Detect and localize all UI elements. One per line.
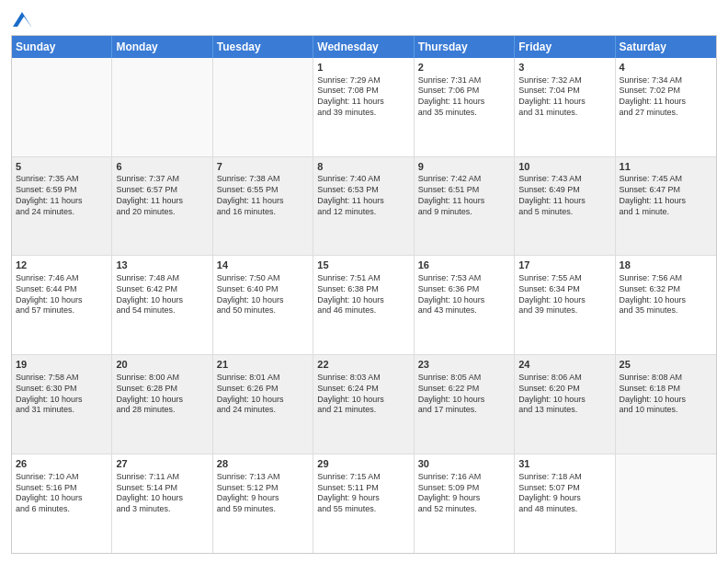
cell-info: Sunrise: 7:10 AM Sunset: 5:16 PM Dayligh… [16,472,108,515]
calendar-cell: 30Sunrise: 7:16 AM Sunset: 5:09 PM Dayli… [415,454,515,553]
calendar-cell: 25Sunrise: 8:08 AM Sunset: 6:18 PM Dayli… [616,355,716,454]
calendar-cell: 24Sunrise: 8:06 AM Sunset: 6:20 PM Dayli… [515,355,615,454]
calendar-cell: 4Sunrise: 7:34 AM Sunset: 7:02 PM Daylig… [616,58,716,156]
calendar-cell: 9Sunrise: 7:42 AM Sunset: 6:51 PM Daylig… [415,157,515,256]
day-number: 9 [418,160,510,174]
cell-info: Sunrise: 8:03 AM Sunset: 6:24 PM Dayligh… [317,373,409,416]
cell-info: Sunrise: 7:11 AM Sunset: 5:14 PM Dayligh… [116,472,208,515]
day-number: 18 [620,259,712,272]
calendar-cell: 17Sunrise: 7:55 AM Sunset: 6:34 PM Dayli… [515,256,615,354]
day-number: 11 [620,160,712,174]
calendar-cell: 12Sunrise: 7:46 AM Sunset: 6:44 PM Dayli… [12,256,112,354]
weekday-header-tuesday: Tuesday [213,36,313,58]
day-number: 27 [116,457,208,471]
calendar-cell: 15Sunrise: 7:51 AM Sunset: 6:38 PM Dayli… [313,256,414,354]
day-number: 3 [518,61,610,75]
day-number: 21 [217,358,309,372]
calendar-row-3: 12Sunrise: 7:46 AM Sunset: 6:44 PM Dayli… [12,255,716,354]
cell-info: Sunrise: 7:56 AM Sunset: 6:32 PM Dayligh… [620,273,712,316]
day-number: 16 [418,259,510,272]
calendar-cell: 8Sunrise: 7:40 AM Sunset: 6:53 PM Daylig… [313,157,414,256]
day-number: 15 [317,259,409,272]
day-number: 29 [317,457,409,471]
cell-info: Sunrise: 7:35 AM Sunset: 6:59 PM Dayligh… [16,174,108,217]
calendar-cell: 2Sunrise: 7:31 AM Sunset: 7:06 PM Daylig… [415,58,515,156]
logo-icon [13,12,31,27]
cell-info: Sunrise: 7:15 AM Sunset: 5:11 PM Dayligh… [317,472,409,515]
calendar-cell: 10Sunrise: 7:43 AM Sunset: 6:49 PM Dayli… [515,157,615,256]
cell-info: Sunrise: 8:01 AM Sunset: 6:26 PM Dayligh… [217,373,309,416]
day-number: 2 [418,61,510,75]
calendar-cell: 19Sunrise: 7:58 AM Sunset: 6:30 PM Dayli… [12,355,112,454]
calendar-cell [112,58,212,156]
day-number: 17 [518,259,610,272]
day-number: 24 [518,358,610,372]
day-number: 14 [217,259,309,272]
calendar-cell: 5Sunrise: 7:35 AM Sunset: 6:59 PM Daylig… [12,157,112,256]
calendar-row-2: 5Sunrise: 7:35 AM Sunset: 6:59 PM Daylig… [12,156,716,256]
calendar-cell: 22Sunrise: 8:03 AM Sunset: 6:24 PM Dayli… [313,355,414,454]
cell-info: Sunrise: 7:38 AM Sunset: 6:55 PM Dayligh… [217,174,309,217]
day-number: 19 [16,358,108,372]
calendar-body: 1Sunrise: 7:29 AM Sunset: 7:08 PM Daylig… [12,58,716,553]
cell-info: Sunrise: 7:42 AM Sunset: 6:51 PM Dayligh… [418,174,510,217]
cell-info: Sunrise: 7:45 AM Sunset: 6:47 PM Dayligh… [620,174,712,217]
cell-info: Sunrise: 7:55 AM Sunset: 6:34 PM Dayligh… [518,273,610,316]
cell-info: Sunrise: 7:31 AM Sunset: 7:06 PM Dayligh… [418,75,510,119]
calendar-cell: 18Sunrise: 7:56 AM Sunset: 6:32 PM Dayli… [616,256,716,354]
calendar-cell: 16Sunrise: 7:53 AM Sunset: 6:36 PM Dayli… [415,256,515,354]
calendar-cell: 21Sunrise: 8:01 AM Sunset: 6:26 PM Dayli… [213,355,313,454]
day-number: 4 [620,61,712,75]
day-number: 23 [418,358,510,372]
cell-info: Sunrise: 7:58 AM Sunset: 6:30 PM Dayligh… [16,373,108,416]
day-number: 13 [116,259,208,272]
calendar-row-5: 26Sunrise: 7:10 AM Sunset: 5:16 PM Dayli… [12,454,716,553]
calendar-header: SundayMondayTuesdayWednesdayThursdayFrid… [12,36,716,58]
weekday-header-monday: Monday [112,36,212,58]
weekday-header-sunday: Sunday [12,36,112,58]
calendar-row-1: 1Sunrise: 7:29 AM Sunset: 7:08 PM Daylig… [12,58,716,156]
day-number: 25 [620,358,712,372]
weekday-header-wednesday: Wednesday [313,36,414,58]
calendar-cell: 13Sunrise: 7:48 AM Sunset: 6:42 PM Dayli… [112,256,212,354]
cell-info: Sunrise: 7:48 AM Sunset: 6:42 PM Dayligh… [116,273,208,316]
cell-info: Sunrise: 7:37 AM Sunset: 6:57 PM Dayligh… [116,174,208,217]
cell-info: Sunrise: 7:43 AM Sunset: 6:49 PM Dayligh… [518,174,610,217]
calendar-cell: 20Sunrise: 8:00 AM Sunset: 6:28 PM Dayli… [112,355,212,454]
page-header [11,9,717,28]
day-number: 6 [116,160,208,174]
day-number: 22 [317,358,409,372]
day-number: 10 [518,160,610,174]
calendar-cell: 31Sunrise: 7:18 AM Sunset: 5:07 PM Dayli… [515,454,615,553]
calendar-cell: 3Sunrise: 7:32 AM Sunset: 7:04 PM Daylig… [515,58,615,156]
weekday-header-thursday: Thursday [415,36,515,58]
calendar-cell: 23Sunrise: 8:05 AM Sunset: 6:22 PM Dayli… [415,355,515,454]
calendar-cell [12,58,112,156]
logo [11,9,31,28]
day-number: 8 [317,160,409,174]
calendar-cell: 7Sunrise: 7:38 AM Sunset: 6:55 PM Daylig… [213,157,313,256]
calendar-cell: 26Sunrise: 7:10 AM Sunset: 5:16 PM Dayli… [12,454,112,553]
day-number: 1 [317,61,409,75]
calendar-cell: 28Sunrise: 7:13 AM Sunset: 5:12 PM Dayli… [213,454,313,553]
cell-info: Sunrise: 7:50 AM Sunset: 6:40 PM Dayligh… [217,273,309,316]
calendar-cell: 6Sunrise: 7:37 AM Sunset: 6:57 PM Daylig… [112,157,212,256]
cell-info: Sunrise: 7:34 AM Sunset: 7:02 PM Dayligh… [620,75,712,119]
weekday-header-saturday: Saturday [616,36,716,58]
cell-info: Sunrise: 7:32 AM Sunset: 7:04 PM Dayligh… [518,75,610,119]
calendar-cell: 29Sunrise: 7:15 AM Sunset: 5:11 PM Dayli… [313,454,414,553]
day-number: 28 [217,457,309,471]
day-number: 20 [116,358,208,372]
calendar-cell: 1Sunrise: 7:29 AM Sunset: 7:08 PM Daylig… [313,58,414,156]
cell-info: Sunrise: 7:46 AM Sunset: 6:44 PM Dayligh… [16,273,108,316]
cell-info: Sunrise: 8:06 AM Sunset: 6:20 PM Dayligh… [518,373,610,416]
day-number: 12 [16,259,108,272]
day-number: 7 [217,160,309,174]
cell-info: Sunrise: 7:53 AM Sunset: 6:36 PM Dayligh… [418,273,510,316]
day-number: 30 [418,457,510,471]
calendar: SundayMondayTuesdayWednesdayThursdayFrid… [11,35,717,554]
day-number: 26 [16,457,108,471]
calendar-cell [213,58,313,156]
cell-info: Sunrise: 8:08 AM Sunset: 6:18 PM Dayligh… [620,373,712,416]
cell-info: Sunrise: 7:16 AM Sunset: 5:09 PM Dayligh… [418,472,510,515]
